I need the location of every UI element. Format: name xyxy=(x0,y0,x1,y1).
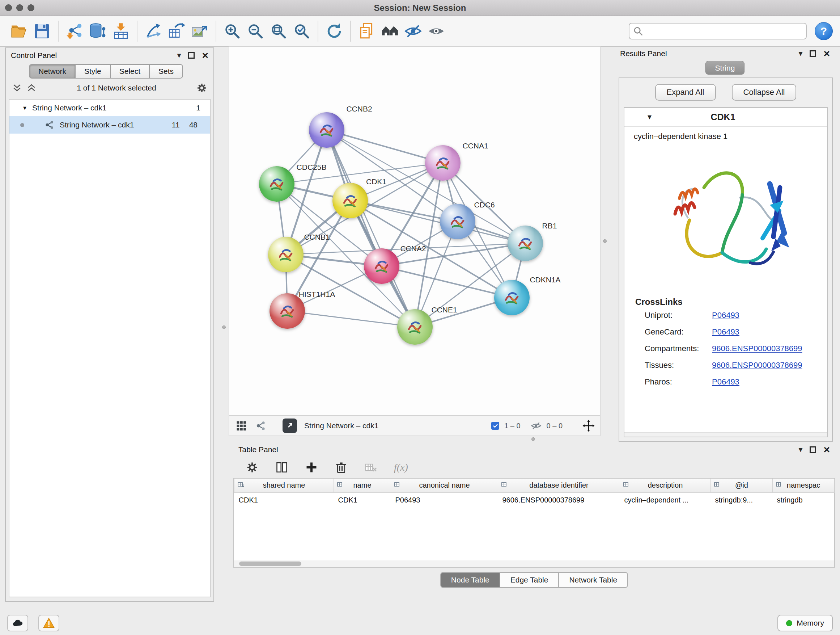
disclosure-triangle-icon[interactable]: ▾ xyxy=(647,112,652,122)
table-cell[interactable]: stringdb xyxy=(773,492,835,508)
network-node-CDC25B[interactable] xyxy=(259,166,294,202)
tab-select[interactable]: Select xyxy=(110,64,150,79)
birds-eye-view-button[interactable] xyxy=(378,19,401,43)
zoom-selected-button[interactable] xyxy=(290,19,313,43)
table-cell[interactable]: CDK1 xyxy=(234,492,334,508)
results-hscrollbar[interactable] xyxy=(624,432,827,437)
gear-icon[interactable] xyxy=(196,82,208,94)
crosslink-link[interactable]: P06493 xyxy=(712,310,739,320)
column-header[interactable]: shared name xyxy=(234,478,334,492)
network-node-CCNA2[interactable] xyxy=(364,249,399,284)
table-cell[interactable]: stringdb:9... xyxy=(711,492,773,508)
collapse-all-button[interactable]: Collapse All xyxy=(732,84,797,101)
zoom-out-button[interactable] xyxy=(244,19,267,43)
crosslink-link[interactable]: P06493 xyxy=(712,377,739,386)
new-network-from-selection-button[interactable] xyxy=(142,19,165,43)
collapse-all-icon[interactable] xyxy=(26,82,37,93)
add-row-plus-icon[interactable] xyxy=(305,461,318,474)
network-node-CDK1[interactable] xyxy=(332,183,368,218)
tab-string[interactable]: String xyxy=(706,61,745,74)
network-node-CDKN1A[interactable] xyxy=(494,280,530,315)
zoom-fit-button[interactable] xyxy=(267,19,290,43)
hide-selected-button[interactable] xyxy=(401,19,425,43)
table-hscrollbar-thumb[interactable] xyxy=(239,562,302,566)
memory-button[interactable]: Memory xyxy=(777,615,833,631)
network-node-RB1[interactable] xyxy=(508,226,543,261)
float-panel-icon[interactable] xyxy=(810,447,816,453)
close-panel-icon[interactable]: × xyxy=(202,50,208,61)
column-header[interactable]: canonical name xyxy=(391,478,498,492)
network-node-CDC6[interactable] xyxy=(440,204,475,239)
table-row[interactable]: CDK1 CDK1 P06493 9606.ENSP00000378699 cy… xyxy=(234,492,835,508)
warnings-button[interactable] xyxy=(38,615,59,631)
crosslink-link[interactable]: P06493 xyxy=(712,327,739,337)
pan-crosshair-icon[interactable] xyxy=(582,419,595,432)
network-canvas[interactable]: CCNB2 CCNA1 CDC25B CDK1 xyxy=(229,47,600,415)
column-header[interactable]: namespac xyxy=(773,478,835,492)
expand-all-button[interactable]: Expand All xyxy=(655,84,716,101)
disclosure-triangle-icon[interactable]: ▾ xyxy=(23,104,27,112)
zoom-in-button[interactable] xyxy=(221,19,244,43)
hidden-eye-icon[interactable] xyxy=(531,420,542,431)
import-table-button[interactable] xyxy=(109,19,133,43)
close-panel-icon[interactable]: × xyxy=(823,48,830,59)
network-node-CCNE1[interactable] xyxy=(397,309,433,345)
import-network-from-database-button[interactable] xyxy=(86,19,109,43)
refresh-button[interactable] xyxy=(323,19,346,43)
network-node-label: CDC6 xyxy=(474,201,494,209)
collapse-panel-icon[interactable]: ▾ xyxy=(177,51,181,59)
tab-sets[interactable]: Sets xyxy=(149,64,183,79)
float-panel-icon[interactable] xyxy=(810,50,816,57)
right-splitter-handle[interactable] xyxy=(603,239,607,243)
help-button[interactable]: ? xyxy=(815,22,833,40)
save-session-button[interactable] xyxy=(30,19,54,43)
grid-view-button[interactable] xyxy=(234,418,248,433)
column-header[interactable]: database identifier xyxy=(498,478,620,492)
tab-style[interactable]: Style xyxy=(75,64,111,79)
table-cell[interactable]: 9606.ENSP00000378699 xyxy=(498,492,620,508)
tab-network[interactable]: Network xyxy=(29,64,76,79)
network-icon-button[interactable] xyxy=(254,418,268,433)
clone-network-button[interactable] xyxy=(165,19,188,43)
horizontal-splitter-handle[interactable] xyxy=(531,437,535,441)
network-edge[interactable] xyxy=(327,130,415,327)
show-columns-icon[interactable] xyxy=(275,461,288,474)
left-splitter-handle[interactable] xyxy=(222,325,226,329)
network-collection-row[interactable]: ▾ String Network – cdk1 1 xyxy=(9,100,210,116)
column-header[interactable]: @id xyxy=(711,478,773,492)
protein-entry-header[interactable]: ▾ CDK1 xyxy=(624,108,827,127)
table-cell[interactable]: P06493 xyxy=(391,492,498,508)
detach-view-button[interactable] xyxy=(283,418,297,433)
tab-network-table[interactable]: Network Table xyxy=(558,572,628,588)
expand-all-icon[interactable] xyxy=(11,82,22,93)
table-settings-gear-icon[interactable] xyxy=(246,461,259,474)
function-builder-button[interactable]: f(x) xyxy=(394,462,408,473)
network-node-CCNB2[interactable] xyxy=(309,112,344,148)
show-all-button[interactable] xyxy=(425,19,448,43)
import-network-from-file-button[interactable] xyxy=(63,19,86,43)
close-panel-icon[interactable]: × xyxy=(823,444,830,455)
open-session-button[interactable] xyxy=(7,19,30,43)
network-node-CCNA1[interactable] xyxy=(425,145,461,181)
network-row[interactable]: String Network – cdk1 11 48 xyxy=(9,116,210,134)
network-node-CCNB1[interactable] xyxy=(268,237,303,272)
column-header[interactable]: description xyxy=(620,478,711,492)
table-cell[interactable]: cyclin–dependent ... xyxy=(620,492,711,508)
crosslink-link[interactable]: 9606.ENSP00000378699 xyxy=(712,361,802,370)
column-header[interactable]: name xyxy=(334,478,391,492)
selected-checkbox-icon[interactable] xyxy=(491,422,499,430)
collapse-panel-icon[interactable]: ▾ xyxy=(798,50,802,57)
annotations-button[interactable] xyxy=(355,19,378,43)
network-edge[interactable] xyxy=(350,201,525,243)
collapse-panel-icon[interactable]: ▾ xyxy=(798,446,802,454)
table-cell[interactable]: CDK1 xyxy=(334,492,391,508)
export-image-button[interactable] xyxy=(188,19,211,43)
cloud-status-button[interactable] xyxy=(7,615,28,631)
network-edge[interactable] xyxy=(287,311,415,327)
delete-trash-icon[interactable] xyxy=(335,461,347,474)
search-input[interactable] xyxy=(629,23,807,40)
tab-node-table[interactable]: Node Table xyxy=(440,572,500,588)
crosslink-link[interactable]: 9606.ENSP00000378699 xyxy=(712,344,802,353)
float-panel-icon[interactable] xyxy=(188,52,195,59)
tab-edge-table[interactable]: Edge Table xyxy=(500,572,559,588)
